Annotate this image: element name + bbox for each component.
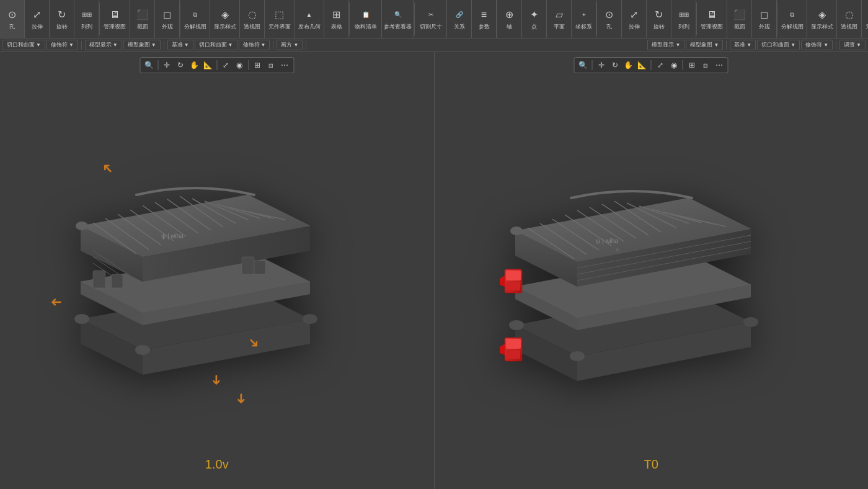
bb-modifier2[interactable]: 修饰符 ▼ xyxy=(239,40,270,50)
tb-transparent2[interactable]: ◌ 透视图 xyxy=(837,0,862,38)
bb-datum[interactable]: 基准 ▼ xyxy=(167,40,193,50)
bb-survey[interactable]: 调查 ▼ xyxy=(839,40,866,50)
vp-measure-r[interactable]: 📐 xyxy=(636,59,649,71)
tb-relation[interactable]: 🔗 关系 xyxy=(447,0,472,38)
vp-rotate-view[interactable]: ↻ xyxy=(174,59,187,71)
vp-fit-r[interactable]: ⤢ xyxy=(654,59,666,71)
rotate2-icon: ↻ xyxy=(652,7,666,22)
point-icon: ✦ xyxy=(527,7,542,22)
tb-exterior-label: 外观 xyxy=(162,23,173,31)
tb-exterior2-label: 外观 xyxy=(759,23,770,31)
vp-grid-r[interactable]: ⊞ xyxy=(686,59,698,71)
dropdown-arrow4: ▼ xyxy=(151,42,156,48)
tb-array[interactable]: ⊞⊞ 列列 xyxy=(74,0,99,38)
refcheck-icon: 🔍 xyxy=(391,7,405,22)
dropdown-arrow3: ▼ xyxy=(113,42,118,48)
tb-displaymode[interactable]: ◈ 显示样式 xyxy=(210,0,240,38)
bb-model-display[interactable]: 模型显示 ▼ xyxy=(85,40,122,50)
vp-section-left[interactable]: ⧈ xyxy=(265,59,277,71)
viewport-left[interactable]: 🔍 ✛ ↻ ✋ 📐 ⤢ ◉ ⊞ ⧈ ⋯ xyxy=(0,52,435,489)
vp-cursor[interactable]: ✛ xyxy=(161,59,173,71)
svg-rect-59 xyxy=(506,271,521,280)
bb-draw[interactable]: 画方 ▼ xyxy=(277,40,303,50)
vp-grid[interactable]: ⊞ xyxy=(251,59,264,71)
tb-pull[interactable]: ⤢ 拉伸 xyxy=(25,0,50,38)
table-icon: ⊞ xyxy=(329,7,344,22)
tb-section2[interactable]: ⬛ 截面 xyxy=(727,0,752,38)
tb-transparent[interactable]: ◌ 透视图 xyxy=(240,0,265,38)
dropdown-arrow6: ▼ xyxy=(228,42,233,48)
tb-exterior2[interactable]: ◻ 外观 xyxy=(752,0,777,38)
vp-left-toolbar: 🔍 ✛ ↻ ✋ 📐 ⤢ ◉ ⊞ ⧈ ⋯ xyxy=(140,57,294,73)
tb-material[interactable]: 📋 物料清单 xyxy=(350,0,382,38)
vp-measure[interactable]: 📐 xyxy=(202,59,214,71)
svg-rect-27 xyxy=(112,274,123,288)
svg-point-33 xyxy=(76,222,88,230)
dropdown-arrow9: ▼ xyxy=(675,42,680,48)
tb-array2[interactable]: ⊞⊞ 列列 xyxy=(671,0,696,38)
bb-modifier[interactable]: 修饰符 ▼ xyxy=(46,40,78,50)
tb-elembound2[interactable]: ⬚ 元件界面 xyxy=(862,0,868,38)
tb-elembound[interactable]: ⬚ 元件界面 xyxy=(265,0,294,38)
vp-zoom-r[interactable]: 🔍 xyxy=(577,59,590,71)
tb-cutsize[interactable]: ✂ 切割尺寸 xyxy=(415,0,447,38)
tb-manage[interactable]: 🖥 管理视图 xyxy=(100,0,130,38)
main-toolbar: ⊙ 孔 ⤢ 拉伸 ↻ 旋转 ⊞⊞ 列列 🖥 管理视图 ⬛ 截面 ◻ 外观 xyxy=(0,0,868,38)
bb-modifier3[interactable]: 修饰符 ▼ xyxy=(801,40,833,50)
vp-pan[interactable]: ✋ xyxy=(188,59,200,71)
sep5 xyxy=(726,41,727,50)
bb-cutoff3[interactable]: 切口和曲面 ▼ xyxy=(757,40,800,50)
tb-point[interactable]: ✦ 点 xyxy=(522,0,547,38)
tb-cutsize-label: 切割尺寸 xyxy=(420,23,442,31)
cutsize-icon: ✂ xyxy=(423,7,438,22)
tb-exterior[interactable]: ◻ 外观 xyxy=(155,0,180,38)
tb-params[interactable]: ≡ 参数 xyxy=(472,0,497,38)
tb-hole[interactable]: ⊙ 孔 xyxy=(0,0,25,38)
tb-rotate2[interactable]: ↻ 旋转 xyxy=(647,0,671,38)
exterior-icon: ◻ xyxy=(160,7,175,22)
bb-model-display2[interactable]: 模型显示 ▼ xyxy=(647,40,684,50)
svg-point-32 xyxy=(303,314,317,324)
tb-coordsys[interactable]: ⌖ 坐标系 xyxy=(572,0,596,38)
bb-cutoff2[interactable]: 切口和曲面 ▼ xyxy=(195,40,237,50)
tb-pull-label: 拉伸 xyxy=(32,23,43,31)
vp-rotate-r[interactable]: ↻ xyxy=(609,59,621,71)
tb-pull2[interactable]: ⤢ 拉伸 xyxy=(622,0,647,38)
tb-splitview2[interactable]: ⧉ 分解视图 xyxy=(777,0,807,38)
svg-point-68 xyxy=(743,317,758,327)
vp-zoom[interactable]: 🔍 xyxy=(143,59,155,71)
tb-hole2[interactable]: ⊙ 孔 xyxy=(597,0,622,38)
tb-rotate-label: 旋转 xyxy=(56,23,68,31)
bb-cutoff[interactable]: 切口和曲面 ▼ xyxy=(2,40,45,50)
dropdown-arrow14: ▼ xyxy=(856,42,861,48)
tb-refcheck[interactable]: 🔍 参考查看器 xyxy=(382,0,414,38)
tb-displaymode2[interactable]: ◈ 显示样式 xyxy=(807,0,837,38)
bb-model-img2[interactable]: 模型象图 ▼ xyxy=(686,40,723,50)
tb-section[interactable]: ⬛ 截面 xyxy=(130,0,155,38)
viewport-right[interactable]: 🔍 ✛ ↻ ✋ 📐 ⤢ ◉ ⊞ ⧈ ⋯ xyxy=(435,52,869,489)
bb-model-img[interactable]: 模型象图 ▼ xyxy=(123,40,161,50)
svg-rect-26 xyxy=(93,271,105,288)
vp-shade-r[interactable]: ◉ xyxy=(668,59,680,71)
viewport-area: 🔍 ✛ ↻ ✋ 📐 ⤢ ◉ ⊞ ⧈ ⋯ xyxy=(0,52,868,489)
tb-axis[interactable]: ⊕ 轴 xyxy=(497,0,522,38)
sep6 xyxy=(836,41,836,50)
tb-manage2[interactable]: 🖥 管理视图 xyxy=(697,0,727,38)
vp-section-r[interactable]: ⧈ xyxy=(699,59,712,71)
bottom-bar: 切口和曲面 ▼ 修饰符 ▼ 模型显示 ▼ 模型象图 ▼ 基准 ▼ 切口和曲面 ▼… xyxy=(0,38,868,52)
vp-pan-r[interactable]: ✋ xyxy=(622,59,635,71)
dropdown-arrow5: ▼ xyxy=(184,42,189,48)
tb-plane[interactable]: ▱ 平面 xyxy=(547,0,572,38)
dropdown-arrow12: ▼ xyxy=(790,42,795,48)
tb-pull2-label: 拉伸 xyxy=(629,23,640,31)
bb-datum2[interactable]: 基准 ▼ xyxy=(730,40,756,50)
tb-splitview[interactable]: ⧉ 分解视图 xyxy=(180,0,210,38)
vp-shade[interactable]: ◉ xyxy=(233,59,246,71)
vp-fit[interactable]: ⤢ xyxy=(219,59,232,71)
vp-cursor-r[interactable]: ✛ xyxy=(595,59,608,71)
tb-publish[interactable]: ▲ 发布几何 xyxy=(294,0,324,38)
vp-more[interactable]: ⋯ xyxy=(278,59,291,71)
vp-more-r[interactable]: ⋯ xyxy=(713,59,725,71)
tb-rotate[interactable]: ↻ 旋转 xyxy=(50,0,74,38)
tb-table[interactable]: ⊞ 表格 xyxy=(324,0,349,38)
